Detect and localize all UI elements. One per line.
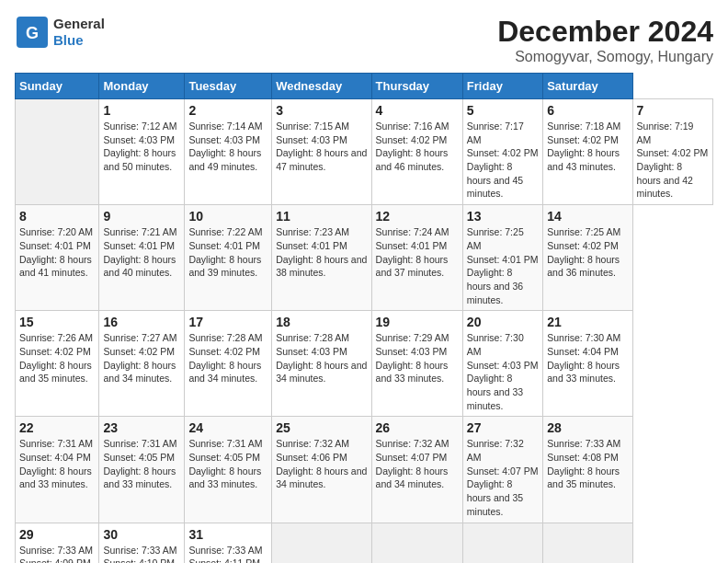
day-info: Sunrise: 7:16 AMSunset: 4:02 PMDaylight:… xyxy=(376,120,459,174)
day-number: 12 xyxy=(376,209,459,224)
day-number: 1 xyxy=(103,103,180,118)
day-info: Sunrise: 7:12 AMSunset: 4:03 PMDaylight:… xyxy=(103,120,180,174)
day-number: 27 xyxy=(467,420,539,435)
day-info: Sunrise: 7:28 AMSunset: 4:02 PMDaylight:… xyxy=(188,331,267,385)
day-info: Sunrise: 7:23 AMSunset: 4:01 PMDaylight:… xyxy=(276,225,367,280)
calendar-cell: 26Sunrise: 7:32 AMSunset: 4:07 PMDayligh… xyxy=(371,417,462,523)
day-number: 2 xyxy=(188,103,267,118)
calendar-cell: 24Sunrise: 7:31 AMSunset: 4:05 PMDayligh… xyxy=(185,417,272,523)
calendar-cell xyxy=(371,523,462,563)
calendar-cell: 12Sunrise: 7:24 AMSunset: 4:01 PMDayligh… xyxy=(371,205,462,311)
calendar-cell: 7Sunrise: 7:19 AMSunset: 4:02 PMDaylight… xyxy=(632,99,712,205)
calendar-cell: 25Sunrise: 7:32 AMSunset: 4:06 PMDayligh… xyxy=(272,417,371,523)
day-number: 21 xyxy=(547,315,628,329)
calendar-cell: 3Sunrise: 7:15 AMSunset: 4:03 PMDaylight… xyxy=(272,99,371,205)
day-number: 19 xyxy=(376,315,459,329)
calendar-cell: 19Sunrise: 7:29 AMSunset: 4:03 PMDayligh… xyxy=(371,311,462,417)
calendar-cell: 14Sunrise: 7:25 AMSunset: 4:02 PMDayligh… xyxy=(543,205,632,311)
day-number: 15 xyxy=(19,315,95,329)
calendar-cell: 23Sunrise: 7:31 AMSunset: 4:05 PMDayligh… xyxy=(99,417,185,523)
day-number: 3 xyxy=(276,103,367,118)
day-number: 6 xyxy=(547,103,628,118)
day-number: 7 xyxy=(637,103,709,118)
col-header-thursday: Thursday xyxy=(371,74,462,99)
day-number: 25 xyxy=(276,420,367,435)
calendar-cell: 22Sunrise: 7:31 AMSunset: 4:04 PMDayligh… xyxy=(16,417,99,523)
calendar-cell: 18Sunrise: 7:28 AMSunset: 4:03 PMDayligh… xyxy=(272,311,371,417)
calendar-header-row: SundayMondayTuesdayWednesdayThursdayFrid… xyxy=(16,74,713,99)
day-info: Sunrise: 7:33 AMSunset: 4:09 PMDaylight:… xyxy=(19,544,95,564)
day-info: Sunrise: 7:14 AMSunset: 4:03 PMDaylight:… xyxy=(188,120,267,174)
calendar-cell xyxy=(272,523,371,563)
calendar-cell: 8Sunrise: 7:20 AMSunset: 4:01 PMDaylight… xyxy=(16,205,99,311)
calendar-week-row: 22Sunrise: 7:31 AMSunset: 4:04 PMDayligh… xyxy=(16,417,713,523)
day-number: 5 xyxy=(467,103,539,118)
calendar-cell xyxy=(16,99,99,205)
day-info: Sunrise: 7:33 AMSunset: 4:10 PMDaylight:… xyxy=(103,544,180,564)
calendar-cell xyxy=(543,523,632,563)
day-info: Sunrise: 7:24 AMSunset: 4:01 PMDaylight:… xyxy=(376,225,459,280)
day-number: 9 xyxy=(103,209,180,224)
day-number: 11 xyxy=(276,209,367,224)
day-info: Sunrise: 7:20 AMSunset: 4:01 PMDaylight:… xyxy=(19,225,95,280)
day-number: 29 xyxy=(19,527,95,542)
day-number: 24 xyxy=(188,420,267,435)
day-info: Sunrise: 7:25 AMSunset: 4:01 PMDaylight:… xyxy=(467,225,539,306)
page-header: G General Blue December 2024 Somogyvar, … xyxy=(15,15,713,65)
calendar-week-row: 15Sunrise: 7:26 AMSunset: 4:02 PMDayligh… xyxy=(16,311,713,417)
day-info: Sunrise: 7:26 AMSunset: 4:02 PMDaylight:… xyxy=(19,331,95,385)
calendar-cell: 17Sunrise: 7:28 AMSunset: 4:02 PMDayligh… xyxy=(185,311,272,417)
day-info: Sunrise: 7:33 AMSunset: 4:08 PMDaylight:… xyxy=(547,437,628,491)
calendar-cell: 1Sunrise: 7:12 AMSunset: 4:03 PMDaylight… xyxy=(99,99,185,205)
day-number: 31 xyxy=(188,527,267,542)
title-section: December 2024 Somogyvar, Somogy, Hungary xyxy=(497,15,713,65)
logo-line2: Blue xyxy=(53,32,84,48)
day-number: 28 xyxy=(547,420,628,435)
col-header-tuesday: Tuesday xyxy=(185,74,272,99)
day-number: 22 xyxy=(19,420,95,435)
day-number: 17 xyxy=(188,315,267,329)
calendar-week-row: 29Sunrise: 7:33 AMSunset: 4:09 PMDayligh… xyxy=(16,523,713,563)
day-info: Sunrise: 7:30 AMSunset: 4:04 PMDaylight:… xyxy=(547,331,628,385)
day-info: Sunrise: 7:31 AMSunset: 4:05 PMDaylight:… xyxy=(188,437,267,491)
day-number: 13 xyxy=(467,209,539,224)
calendar-cell: 28Sunrise: 7:33 AMSunset: 4:08 PMDayligh… xyxy=(543,417,632,523)
day-info: Sunrise: 7:32 AMSunset: 4:07 PMDaylight:… xyxy=(467,437,539,518)
day-info: Sunrise: 7:31 AMSunset: 4:05 PMDaylight:… xyxy=(103,437,180,491)
calendar-table: SundayMondayTuesdayWednesdayThursdayFrid… xyxy=(15,73,713,563)
day-number: 10 xyxy=(188,209,267,224)
day-number: 20 xyxy=(467,315,539,329)
day-info: Sunrise: 7:22 AMSunset: 4:01 PMDaylight:… xyxy=(188,225,267,280)
svg-text:G: G xyxy=(26,24,39,42)
logo: G General Blue xyxy=(15,15,105,50)
day-number: 30 xyxy=(103,527,180,542)
day-info: Sunrise: 7:19 AMSunset: 4:02 PMDaylight:… xyxy=(637,120,709,201)
day-info: Sunrise: 7:27 AMSunset: 4:02 PMDaylight:… xyxy=(103,331,180,385)
calendar-cell: 2Sunrise: 7:14 AMSunset: 4:03 PMDaylight… xyxy=(185,99,272,205)
day-number: 4 xyxy=(376,103,459,118)
logo-line1: General xyxy=(53,16,105,31)
day-info: Sunrise: 7:25 AMSunset: 4:02 PMDaylight:… xyxy=(547,225,628,280)
calendar-cell: 21Sunrise: 7:30 AMSunset: 4:04 PMDayligh… xyxy=(543,311,632,417)
day-info: Sunrise: 7:32 AMSunset: 4:06 PMDaylight:… xyxy=(276,437,367,491)
calendar-cell: 16Sunrise: 7:27 AMSunset: 4:02 PMDayligh… xyxy=(99,311,185,417)
day-number: 16 xyxy=(103,315,180,329)
page-title: December 2024 xyxy=(497,15,713,49)
calendar-week-row: 1Sunrise: 7:12 AMSunset: 4:03 PMDaylight… xyxy=(16,99,713,205)
day-info: Sunrise: 7:32 AMSunset: 4:07 PMDaylight:… xyxy=(376,437,459,491)
calendar-cell: 27Sunrise: 7:32 AMSunset: 4:07 PMDayligh… xyxy=(462,417,542,523)
logo-icon: G xyxy=(15,15,50,50)
page-subtitle: Somogyvar, Somogy, Hungary xyxy=(497,49,713,65)
col-header-wednesday: Wednesday xyxy=(272,74,371,99)
day-info: Sunrise: 7:18 AMSunset: 4:02 PMDaylight:… xyxy=(547,120,628,174)
calendar-cell: 30Sunrise: 7:33 AMSunset: 4:10 PMDayligh… xyxy=(99,523,185,563)
calendar-cell: 13Sunrise: 7:25 AMSunset: 4:01 PMDayligh… xyxy=(462,205,542,311)
day-info: Sunrise: 7:15 AMSunset: 4:03 PMDaylight:… xyxy=(276,120,367,174)
col-header-saturday: Saturday xyxy=(543,74,632,99)
day-info: Sunrise: 7:21 AMSunset: 4:01 PMDaylight:… xyxy=(103,225,180,280)
col-header-monday: Monday xyxy=(99,74,185,99)
day-info: Sunrise: 7:30 AMSunset: 4:03 PMDaylight:… xyxy=(467,331,539,412)
day-info: Sunrise: 7:29 AMSunset: 4:03 PMDaylight:… xyxy=(376,331,459,385)
calendar-cell: 29Sunrise: 7:33 AMSunset: 4:09 PMDayligh… xyxy=(16,523,99,563)
day-number: 14 xyxy=(547,209,628,224)
